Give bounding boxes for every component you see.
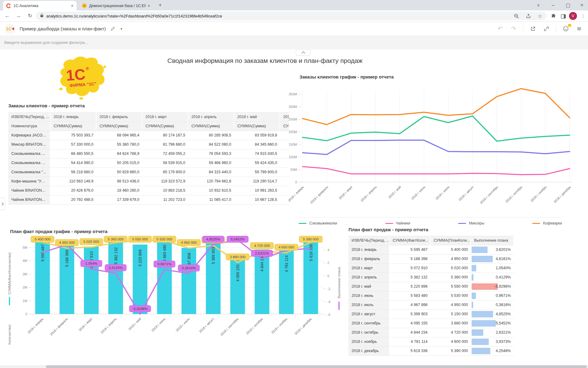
tab-search-icon[interactable]: ∨ [532, 0, 545, 10]
svg-text:2018 г. октябрь: 2018 г. октябрь [505, 185, 523, 203]
cell: СУММА(Сумма) [51, 122, 96, 131]
svg-text:2018 г. октябрь: 2018 г. октябрь [245, 317, 264, 335]
svg-text:®: ® [86, 66, 89, 71]
legend-item[interactable]: Кофеварки [532, 221, 562, 225]
cell: 3,9373% [471, 337, 514, 346]
legend-item[interactable]: Чайники [385, 221, 410, 225]
execution-value: 0,3616% [496, 303, 511, 307]
tab-close-icon[interactable]: × [71, 3, 74, 8]
svg-text:150M: 150M [288, 143, 297, 146]
minimize-button[interactable]: – [547, 0, 559, 10]
legend-item[interactable]: Миксеры [458, 221, 484, 225]
cell: СУММА(ФактКоли... [390, 236, 431, 245]
cell: 4,8161% [471, 255, 514, 263]
forward-button[interactable]: → [14, 12, 23, 20]
undo-icon[interactable]: ↶ [496, 25, 504, 33]
cell: 76 054 593,3 [188, 149, 234, 158]
back-button[interactable]: ← [3, 12, 12, 20]
maximize-button[interactable] [562, 0, 574, 10]
collapse-filter-button[interactable] [296, 50, 311, 56]
tab-strip: 1С:Аналитика × 1с Демонстрационная база … [0, 0, 588, 10]
side-panel-icon[interactable] [559, 12, 567, 20]
table-row: ИЗВЛЕЧЬ(Период, ...СУММА(ФактКоли...СУММ… [349, 236, 514, 245]
link-icon[interactable] [542, 25, 550, 33]
bookmark-star-icon[interactable]: ☆ [538, 13, 542, 19]
1c-analytics-logo[interactable]: 1С [5, 24, 15, 34]
planfact-table-title: План факт продаж - пример отчета [349, 227, 514, 232]
legend-color-dash [458, 223, 466, 224]
planfact-table-grid: ИЗВЛЕЧЬ(Период, ...СУММА(ФактКоли...СУММ… [349, 236, 514, 356]
execution-bar [472, 329, 483, 336]
cell: 2018 г. май [234, 113, 280, 121]
cell: 5 619 336 [390, 347, 431, 355]
svg-text:2018 г. сентябрь: 2018 г. сентябрь [479, 185, 499, 205]
feedback-smiley-icon[interactable] [562, 25, 570, 33]
svg-text:2018 г. май: 2018 г. май [387, 185, 401, 199]
address-bar[interactable]: analytics.demo.1c.ru/analytics/ans?state… [36, 12, 546, 20]
execution-value: 1,0540% [496, 266, 511, 270]
reload-button[interactable]: ↻ [26, 12, 34, 20]
svg-text:2018 г. август: 2018 г. август [198, 317, 215, 334]
svg-text:2018 г. июль: 2018 г. июль [175, 317, 190, 332]
cell: 2018 г. март [142, 113, 188, 121]
edit-pencil-icon[interactable] [109, 25, 117, 33]
svg-text:1С: 1С [66, 66, 86, 84]
svg-text:4M: 4M [23, 259, 27, 263]
cell: 55 380 780,0 [96, 140, 142, 149]
scrollbar-thumb[interactable] [46, 365, 587, 368]
chevron-up-icon [301, 51, 305, 55]
tab-title: 1С:Аналитика [13, 4, 69, 8]
legend-label: Кофеварки [543, 221, 562, 225]
filter-input[interactable]: Введите выражение для создания фильтра..… [4, 36, 588, 49]
cell: 2018 г. февраль [96, 113, 142, 121]
cell: СУММА(Сумма) [234, 122, 280, 131]
table-row: Кофеварка JACOB...75 503 393,768 094 965… [8, 131, 289, 140]
execution-series-chip [338, 301, 340, 310]
extensions-icon[interactable] [549, 12, 557, 20]
svg-text:4 720 000: 4 720 000 [254, 244, 270, 247]
cell: 98 513 436,0 [96, 177, 142, 186]
title-caret-icon[interactable]: ▾ [117, 25, 125, 33]
cell: 81 796 680,0 [142, 140, 188, 149]
filter-bar: Введите выражение для создания фильтра..… [0, 36, 588, 49]
cell: 80 285 908,5 [188, 131, 234, 140]
svg-text:5 583 480: 5 583 480 [163, 245, 167, 262]
close-button[interactable]: × [576, 0, 588, 10]
cell: 3 880 000 [431, 319, 471, 328]
sidebar-expander[interactable] [0, 198, 5, 210]
profile-avatar[interactable]: V [569, 12, 577, 20]
cell: 10 667 128,5 [234, 195, 280, 204]
cell: 2018 г. июнь [349, 291, 390, 300]
cell: 2018 г. декабрь [349, 347, 390, 355]
execution-bar [472, 339, 489, 345]
cell: 18 460 260,0 [96, 186, 142, 195]
cell: 2018 г. февраль [349, 255, 390, 263]
tab-demo-base[interactable]: 1с Демонстрационная база / 1С:ЕР × [79, 1, 153, 10]
legend-item[interactable]: Соковыжималки [299, 221, 337, 225]
table-row: Соковыжималка "...56 218 680,050 829 660… [8, 168, 289, 177]
settings-waves-icon[interactable]: ≋ [575, 25, 583, 33]
table-row: Миксер BINATONE ...57 330 000,055 380 78… [8, 140, 289, 149]
tab-analytics[interactable]: 1С:Аналитика × [3, 1, 77, 10]
tab-close-icon[interactable]: × [148, 3, 150, 8]
cell: 5 220 896 [390, 282, 431, 291]
open-in-new-icon[interactable] [529, 25, 537, 33]
new-tab-button[interactable]: + [156, 2, 164, 10]
cell: 4 844 234 [390, 328, 431, 337]
svg-text:0: 0 [295, 180, 297, 184]
svg-text:1M: 1M [23, 299, 27, 303]
share-icon[interactable] [526, 13, 531, 19]
svg-text:4 781 114: 4 781 114 [285, 255, 289, 272]
cell: 66 480 550,5 [51, 149, 96, 158]
horizontal-scrollbar [0, 365, 588, 368]
redo-icon[interactable]: ↷ [510, 25, 518, 33]
cell: 64 624 788,9 [96, 149, 142, 158]
table-row: 2018 г. май5 220 8965 550 000-5,9298% [349, 282, 514, 291]
svg-text:2018 г. июнь: 2018 г. июнь [151, 317, 166, 332]
table-row: Соковыжималка B...54 414 990,050 205 015… [8, 159, 289, 168]
browser-menu-icon[interactable]: ⋮ [580, 12, 586, 20]
zoom-icon[interactable] [514, 13, 519, 19]
legend-color-dash [385, 223, 393, 224]
table-row: Чайник BINATONE ...20 426 679,018 460 26… [8, 186, 289, 195]
svg-text:5 619 336: 5 619 336 [309, 244, 313, 261]
